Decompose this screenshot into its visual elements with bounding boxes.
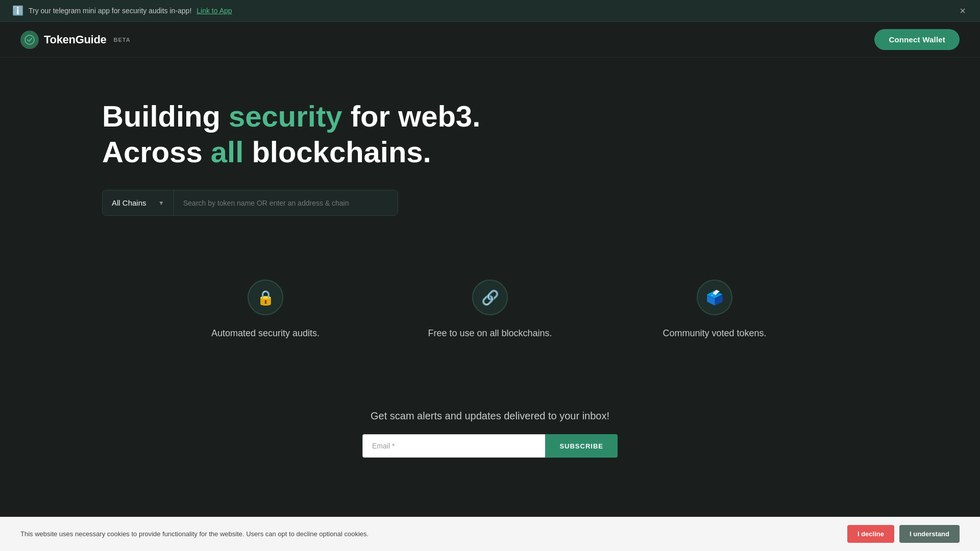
cookie-buttons: I decline I understand xyxy=(847,525,960,543)
notification-content: ℹ️ Try our telegram mini app for securit… xyxy=(12,5,232,16)
subscribe-button[interactable]: SUBSCRIBE xyxy=(545,434,618,458)
feature-icon-area-community: 🗳️ xyxy=(694,277,735,318)
hero-highlight-all: all xyxy=(211,135,244,168)
feature-item-community: 🗳️ Community voted tokens. xyxy=(602,277,827,339)
logo-area[interactable]: TokenGuideBETA xyxy=(20,31,131,49)
notification-close-button[interactable]: × xyxy=(958,6,968,16)
svg-point-0 xyxy=(25,35,34,44)
search-container: All Chains ▼ xyxy=(102,190,398,216)
hero-line1-pre: Building xyxy=(102,99,229,133)
hero-line1: Building security for web3. xyxy=(102,99,480,133)
email-input[interactable] xyxy=(362,434,545,458)
free-blockchains-icon: 🔗 xyxy=(472,280,508,315)
search-input[interactable] xyxy=(174,190,398,215)
hero-line2-pre: Across xyxy=(102,135,211,168)
hero-title: Building security for web3. Across all b… xyxy=(102,98,878,169)
hero-section: Building security for web3. Across all b… xyxy=(102,98,878,216)
notification-banner: ℹ️ Try our telegram mini app for securit… xyxy=(0,0,980,22)
hero-line2: Across all blockchains. xyxy=(102,135,431,168)
newsletter-title: Get scam alerts and updates delivered to… xyxy=(10,410,970,422)
cookie-banner: This website uses necessary cookies to p… xyxy=(0,517,980,551)
chain-selector[interactable]: All Chains ▼ xyxy=(103,190,174,215)
decline-button[interactable]: I decline xyxy=(847,525,894,543)
community-vote-icon: 🗳️ xyxy=(697,280,732,315)
main-content: Building security for web3. Across all b… xyxy=(0,58,980,369)
info-icon: ℹ️ xyxy=(12,5,23,16)
feature-text-audits: Automated security audits. xyxy=(153,328,378,339)
chevron-down-icon: ▼ xyxy=(158,199,164,207)
hero-line1-post: for web3. xyxy=(342,99,481,133)
logo-text: TokenGuide xyxy=(44,33,107,46)
feature-icon-area-audits: 🔒 xyxy=(245,277,286,318)
understand-button[interactable]: I understand xyxy=(899,525,960,543)
newsletter-form: SUBSCRIBE xyxy=(362,434,618,458)
notification-link[interactable]: Link to App xyxy=(197,7,232,15)
feature-text-free: Free to use on all blockchains. xyxy=(378,328,602,339)
features-section: 🔒 Automated security audits. 🔗 Free to u… xyxy=(102,277,878,339)
logo-icon xyxy=(20,31,39,49)
hero-line2-post: blockchains. xyxy=(243,135,431,168)
security-audit-icon: 🔒 xyxy=(248,280,283,315)
feature-text-community: Community voted tokens. xyxy=(602,328,827,339)
newsletter-section: Get scam alerts and updates delivered to… xyxy=(0,369,980,488)
feature-item-audits: 🔒 Automated security audits. xyxy=(153,277,378,339)
logo-beta: BETA xyxy=(114,37,131,43)
cookie-text: This website uses necessary cookies to p… xyxy=(20,530,837,538)
feature-icon-area-free: 🔗 xyxy=(470,277,510,318)
feature-item-free: 🔗 Free to use on all blockchains. xyxy=(378,277,602,339)
connect-wallet-button[interactable]: Connect Wallet xyxy=(874,29,960,50)
hero-highlight-security: security xyxy=(229,99,342,133)
notification-text: Try our telegram mini app for security a… xyxy=(29,7,191,15)
chain-selector-label: All Chains xyxy=(112,198,146,207)
header: TokenGuideBETA Connect Wallet xyxy=(0,22,980,58)
